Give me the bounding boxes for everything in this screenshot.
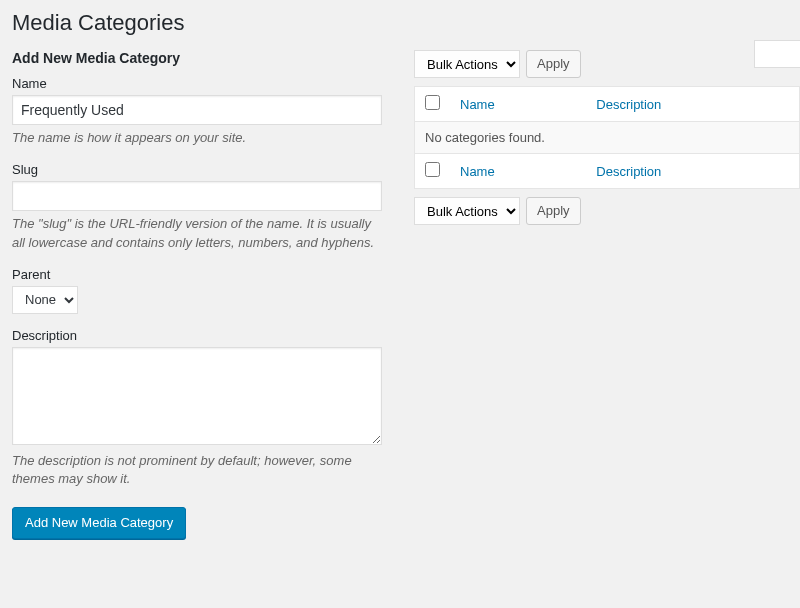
select-all-header (415, 87, 451, 122)
description-textarea[interactable] (12, 347, 382, 445)
slug-label: Slug (12, 162, 382, 177)
page-title: Media Categories (12, 10, 800, 36)
select-all-footer (415, 154, 451, 189)
categories-table: Name Description No categories found. Na… (414, 86, 800, 189)
slug-input[interactable] (12, 181, 382, 211)
name-label: Name (12, 76, 382, 91)
name-column-footer: Name (450, 154, 586, 189)
description-sort-link[interactable]: Description (596, 97, 661, 112)
description-hint: The description is not prominent by defa… (12, 452, 382, 490)
name-sort-link-bottom[interactable]: Name (460, 164, 495, 179)
select-all-top[interactable] (425, 95, 440, 110)
description-sort-link-bottom[interactable]: Description (596, 164, 661, 179)
submit-button[interactable]: Add New Media Category (12, 507, 186, 539)
apply-top-button[interactable]: Apply (526, 50, 581, 78)
description-column-header: Description (586, 87, 799, 122)
table-empty-message: No categories found. (415, 122, 800, 154)
select-all-bottom[interactable] (425, 162, 440, 177)
slug-hint: The "slug" is the URL-friendly version o… (12, 215, 382, 253)
name-input[interactable] (12, 95, 382, 125)
name-hint: The name is how it appears on your site. (12, 129, 382, 148)
description-label: Description (12, 328, 382, 343)
name-column-header: Name (450, 87, 586, 122)
table-empty-row: No categories found. (415, 122, 800, 154)
search-box[interactable] (754, 40, 800, 68)
parent-label: Parent (12, 267, 382, 282)
name-sort-link[interactable]: Name (460, 97, 495, 112)
bulk-actions-top[interactable]: Bulk Actions (414, 50, 520, 78)
apply-bottom-button[interactable]: Apply (526, 197, 581, 225)
parent-select[interactable]: None (12, 286, 78, 314)
description-column-footer: Description (586, 154, 799, 189)
bulk-actions-bottom[interactable]: Bulk Actions (414, 197, 520, 225)
form-heading: Add New Media Category (12, 50, 382, 66)
